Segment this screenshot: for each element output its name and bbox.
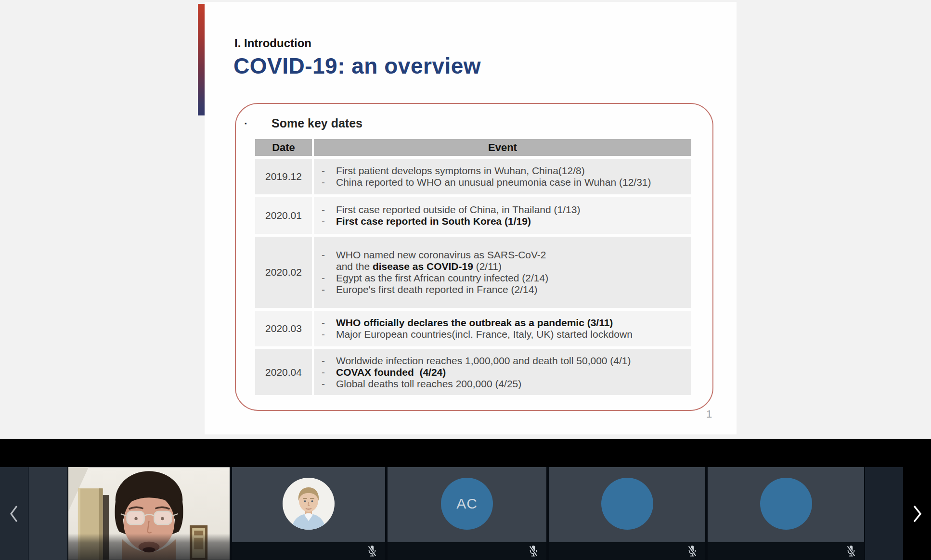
event-line: -Egypt as the first African country infe…	[314, 272, 691, 284]
participant-initials-circle	[760, 478, 812, 530]
slide-accent-bar	[198, 4, 205, 115]
participant-tile-webcam[interactable]	[68, 467, 230, 560]
event-line: -COVAX founded (4/24)	[314, 367, 691, 378]
participant-initials-circle: AC	[441, 478, 493, 530]
event-line: and the disease as COVID-19 (2/11)	[314, 261, 691, 272]
table-row: 2019.12 -First patient develops symptoms…	[255, 159, 691, 194]
dash-bullet: -	[314, 177, 336, 188]
key-dates-box: ▪ Some key dates Date Event 2019.12 -Fir…	[235, 103, 713, 411]
dash-bullet: -	[314, 317, 336, 329]
muted-mic-icon	[846, 544, 856, 558]
date-cell: 2020.03	[255, 311, 312, 346]
chevron-right-icon	[910, 503, 924, 524]
dash-bullet: -	[314, 204, 336, 216]
participant-initials-circle	[601, 478, 653, 530]
event-column-header: Event	[314, 139, 691, 156]
participant-tile-avatar[interactable]	[232, 467, 385, 560]
presentation-area: I. Introduction COVID-19: an overview ▪ …	[0, 0, 931, 439]
dash-bullet: -	[314, 272, 336, 284]
event-line: -Global deaths toll reaches 200,000 (4/2…	[314, 378, 691, 390]
participant-tile-initials[interactable]	[708, 467, 864, 560]
avatar-photo	[283, 478, 335, 530]
event-cell: -First case reported outside of China, i…	[314, 197, 691, 234]
dash-bullet: -	[314, 216, 336, 227]
key-dates-heading: Some key dates	[272, 116, 362, 130]
event-cell: -WHO officially declares the outbreak as…	[314, 311, 691, 346]
event-line: -First case reported outside of China, i…	[314, 204, 691, 216]
separator-bar	[0, 439, 931, 467]
square-bullet-icon: ▪	[244, 120, 272, 127]
table-header-row: Date Event	[255, 139, 691, 156]
event-line: -China reported to WHO an unusual pneumo…	[314, 177, 691, 188]
event-line: -First patient develops symptoms in Wuha…	[314, 165, 691, 177]
date-cell: 2019.12	[255, 159, 312, 194]
table-row: 2020.02 -WHO named new coronavirus as SA…	[255, 237, 691, 308]
dash-bullet: -	[314, 367, 336, 378]
event-line: -Worldwide infection reaches 1,000,000 a…	[314, 355, 691, 367]
dash-bullet: -	[314, 284, 336, 295]
dash-bullet: -	[314, 165, 336, 177]
event-cell: -WHO named new coronavirus as SARS-CoV-2…	[314, 237, 691, 308]
table-row: 2020.03 -WHO officially declares the out…	[255, 311, 691, 346]
event-cell: -Worldwide infection reaches 1,000,000 a…	[314, 349, 691, 395]
event-line: -Europe's first death reported in France…	[314, 284, 691, 295]
event-line: -WHO named new coronavirus as SARS-CoV-2	[314, 249, 691, 261]
date-cell: 2020.04	[255, 349, 312, 395]
muted-mic-icon	[687, 544, 698, 558]
participant-tile-initials[interactable]	[549, 467, 705, 560]
date-cell: 2020.02	[255, 237, 312, 308]
next-participants-button[interactable]	[903, 467, 931, 560]
slide: I. Introduction COVID-19: an overview ▪ …	[205, 2, 737, 434]
avatar	[283, 478, 335, 530]
event-line: -Major European countries(incl. France, …	[314, 329, 691, 340]
slide-title: COVID-19: an overview	[233, 53, 481, 79]
event-cell: -First patient develops symptoms in Wuha…	[314, 159, 691, 194]
date-cell: 2020.01	[255, 197, 312, 234]
tile-footer	[388, 542, 546, 560]
dash-bullet: -	[314, 378, 336, 390]
tile-footer	[549, 542, 705, 560]
key-dates-table: Date Event 2019.12 -First patient develo…	[255, 139, 691, 395]
tile-footer	[708, 542, 864, 560]
muted-mic-icon	[367, 544, 377, 558]
table-row: 2020.04 -Worldwide infection reaches 1,0…	[255, 349, 691, 395]
participant-filmstrip: AC	[0, 467, 931, 560]
dash-bullet	[314, 261, 336, 272]
tile-footer	[232, 542, 385, 560]
dash-bullet: -	[314, 355, 336, 367]
table-row: 2020.01 -First case reported outside of …	[255, 197, 691, 234]
dash-bullet: -	[314, 249, 336, 261]
muted-mic-icon	[528, 544, 539, 558]
page-number: 1	[706, 408, 712, 420]
prev-participants-button[interactable]	[0, 467, 28, 560]
event-line: -First case reported in South Korea (1/1…	[314, 216, 691, 227]
tile-footer	[68, 534, 230, 560]
date-column-header: Date	[255, 139, 312, 156]
chevron-left-icon	[8, 504, 20, 524]
key-dates-heading-row: ▪ Some key dates	[244, 116, 362, 130]
section-label: I. Introduction	[234, 37, 311, 50]
event-line: -WHO officially declares the outbreak as…	[314, 317, 691, 329]
participant-tile-initials[interactable]: AC	[388, 467, 546, 560]
participant-tile-partial[interactable]	[29, 467, 67, 560]
dash-bullet: -	[314, 329, 336, 340]
